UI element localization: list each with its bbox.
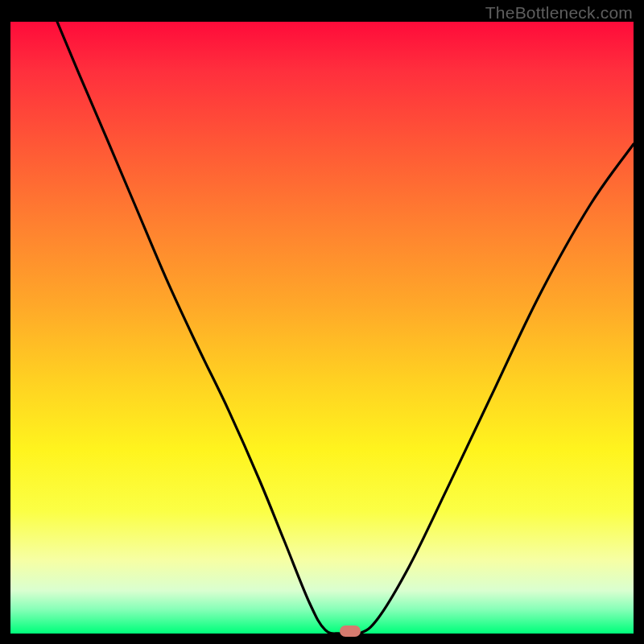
plot-area xyxy=(10,22,634,634)
chart-frame: TheBottleneck.com xyxy=(0,0,644,644)
curve-svg xyxy=(10,22,634,634)
bottleneck-curve-path xyxy=(57,22,634,634)
watermark-text: TheBottleneck.com xyxy=(485,3,633,23)
bottleneck-marker xyxy=(340,625,361,637)
